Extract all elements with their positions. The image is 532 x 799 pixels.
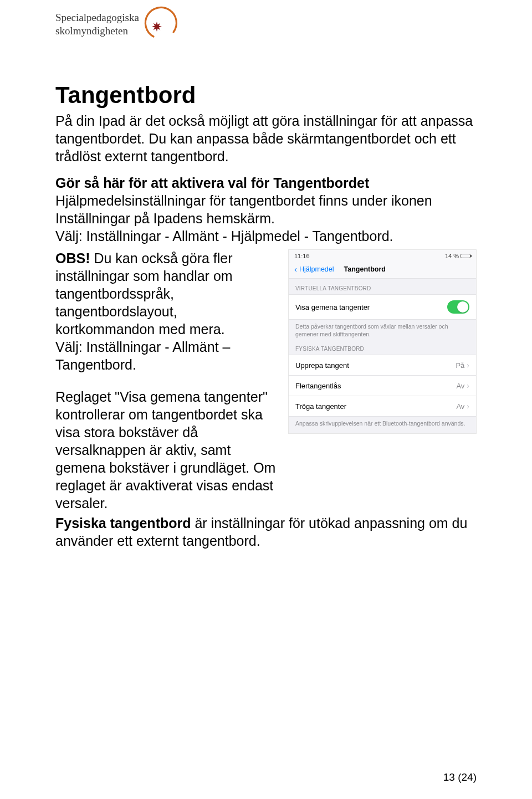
subheading: Gör så här för att aktivera val för Tang… (55, 174, 477, 192)
ios-screenshot: 11:16 14 % ‹ Hjälpmedel Tangentbord VIRT… (288, 249, 477, 434)
ios-time: 11:16 (294, 253, 310, 259)
page-number: 13 (24) (443, 771, 477, 783)
logo-icon (142, 4, 181, 43)
ios-nav-title: Tangentbord (344, 265, 386, 273)
row-upprepa-label: Upprepa tangent (295, 361, 349, 370)
row-flertang-val: Av (456, 382, 464, 390)
obs-paragraph: OBS! Du kan också göra fler inställninga… (55, 249, 278, 338)
where-paragraph: Hjälpmedelsinställningar för tangentbord… (55, 192, 477, 227)
row-troga-val: Av (456, 402, 464, 411)
logo-line2: skolmyndigheten (55, 24, 139, 38)
row-visa-gemena[interactable]: Visa gemena tangenter (289, 294, 476, 320)
ios-desc1: Detta påverkar tangentbord som växlar me… (289, 320, 476, 339)
row-troga[interactable]: Tröga tangenter Av› (289, 396, 476, 417)
fysiska-bold: Fysiska tangentbord (55, 515, 191, 531)
ios-section-virtual: VIRTUELLA TANGENTBORD (289, 279, 476, 294)
path2-paragraph: Välj: Inställningar - Allmänt – Tangentb… (55, 338, 278, 373)
battery-icon (461, 254, 470, 258)
page-title: Tangentbord (55, 82, 477, 109)
chevron-right-icon: › (467, 402, 469, 411)
ios-section-physical: FYSISKA TANGENTBORD (289, 339, 476, 355)
ios-battery-pct: 14 % (445, 253, 459, 259)
chevron-right-icon: › (467, 381, 469, 390)
reglage-paragraph: Reglaget "Visa gemena tangenter" kontrol… (55, 388, 278, 512)
chevron-left-icon[interactable]: ‹ (294, 264, 297, 274)
logo: Specialpedagogiska skolmyndigheten (55, 11, 477, 43)
toggle-on-icon[interactable] (447, 300, 469, 314)
path1-paragraph: Välj: Inställningar - Allmänt - Hjälpmed… (55, 227, 477, 245)
row-upprepa-val: På (456, 361, 464, 370)
row-upprepa[interactable]: Upprepa tangent På› (289, 355, 476, 376)
row-flertangent[interactable]: Flertangentlås Av› (289, 376, 476, 396)
fysiska-paragraph: Fysiska tangentbord är inställningar för… (55, 514, 477, 550)
row-flertang-label: Flertangentlås (295, 382, 341, 390)
row-visa-label: Visa gemena tangenter (295, 303, 370, 311)
ios-desc2: Anpassa skrivupplevelsen när ett Bluetoo… (289, 417, 476, 433)
row-troga-label: Tröga tangenter (295, 402, 346, 411)
intro-paragraph: På din Ipad är det också möjligt att gör… (55, 112, 477, 165)
ios-back-button[interactable]: Hjälpmedel (299, 265, 334, 273)
obs-label: OBS! (55, 250, 90, 266)
chevron-right-icon: › (467, 361, 469, 370)
logo-line1: Specialpedagogiska (55, 11, 139, 24)
